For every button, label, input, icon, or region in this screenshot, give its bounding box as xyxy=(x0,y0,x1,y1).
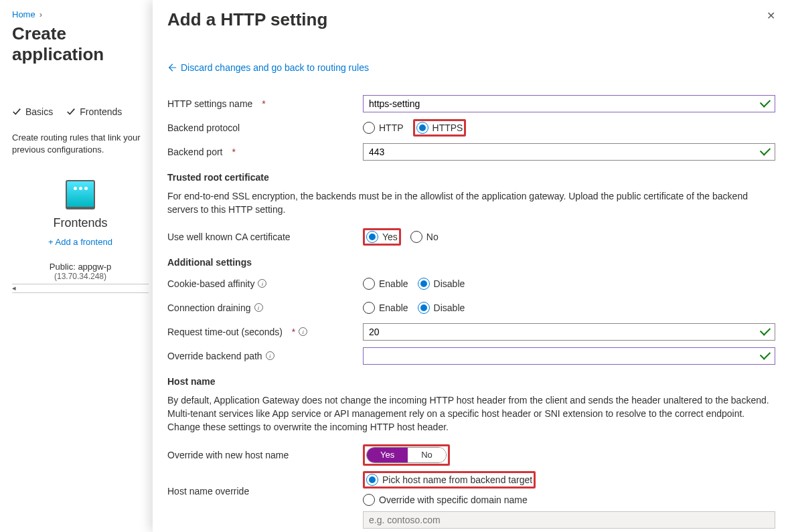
card-scrollbar[interactable]: ◂ xyxy=(12,284,149,293)
radio-icon xyxy=(363,122,375,134)
frontends-icon xyxy=(66,180,95,209)
trusted-root-desc: For end-to-end SSL encryption, the backe… xyxy=(167,189,775,217)
breadcrumb: Home › xyxy=(12,9,149,19)
info-icon[interactable]: i xyxy=(266,351,274,360)
info-icon[interactable]: i xyxy=(258,279,266,288)
domain-name-input xyxy=(363,511,775,529)
cookie-disable-radio[interactable]: Disable xyxy=(418,278,465,290)
timeout-label: Request time-out (seconds) * i xyxy=(167,327,363,337)
use-ca-no-label: No xyxy=(426,232,439,242)
scroll-left-icon: ◂ xyxy=(12,284,16,292)
frontend-public-ip: (13.70.34.248) xyxy=(12,272,149,281)
discard-link[interactable]: Discard changes and go back to routing r… xyxy=(167,62,369,73)
override-host-yes[interactable]: Yes xyxy=(367,448,408,462)
radio-icon xyxy=(366,474,378,486)
protocol-https-radio[interactable]: HTTPS xyxy=(416,122,463,134)
connection-draining-label: Connection draining i xyxy=(167,302,363,313)
override-specific-radio[interactable]: Override with specific domain name xyxy=(363,494,775,506)
pick-backend-radio[interactable]: Pick host name from backend target xyxy=(366,474,532,486)
host-name-desc: By default, Application Gateway does not… xyxy=(167,393,775,434)
close-icon[interactable]: ✕ xyxy=(767,9,775,22)
http-name-label: HTTP settings name * xyxy=(167,98,363,109)
tab-basics-label: Basics xyxy=(25,106,53,117)
override-host-toggle: Yes No xyxy=(366,447,447,463)
backend-port-input[interactable] xyxy=(363,143,775,161)
http-name-input[interactable] xyxy=(363,95,775,112)
drain-disable-radio[interactable]: Disable xyxy=(418,302,465,314)
tab-frontends[interactable]: Frontends xyxy=(66,106,122,117)
highlight-box: Pick host name from backend target xyxy=(363,471,536,489)
backend-protocol-label: Backend protocol xyxy=(167,122,363,133)
arrow-left-icon xyxy=(167,63,177,72)
radio-icon xyxy=(410,231,422,243)
highlight-box: HTTPS xyxy=(413,119,467,137)
tab-frontends-label: Frontends xyxy=(80,106,122,117)
override-path-label: Override backend path i xyxy=(167,351,363,361)
use-ca-label: Use well known CA certificate xyxy=(167,232,363,242)
info-icon[interactable]: i xyxy=(299,327,307,336)
override-path-input[interactable] xyxy=(363,347,775,365)
timeout-input[interactable] xyxy=(363,323,775,341)
use-ca-yes-label: Yes xyxy=(382,232,398,242)
breadcrumb-home[interactable]: Home xyxy=(12,9,35,19)
highlight-box: Yes No xyxy=(363,444,450,466)
trusted-root-heading: Trusted root certificate xyxy=(167,172,775,183)
protocol-http-label: HTTP xyxy=(379,122,404,133)
discard-link-label: Discard changes and go back to routing r… xyxy=(181,62,369,73)
add-frontend-link[interactable]: + Add a frontend xyxy=(48,237,112,247)
pick-backend-label: Pick host name from backend target xyxy=(382,474,532,485)
protocol-https-label: HTTPS xyxy=(432,122,463,133)
radio-icon xyxy=(366,231,378,243)
override-new-host-label: Override with new host name xyxy=(167,450,363,460)
blade-panel: Add a HTTP setting ✕ Discard changes and… xyxy=(153,0,790,532)
drain-enable-radio[interactable]: Enable xyxy=(363,302,408,314)
protocol-http-radio[interactable]: HTTP xyxy=(363,122,404,134)
radio-icon xyxy=(416,122,428,134)
frontends-card: Frontends + Add a frontend Public: appgw… xyxy=(12,180,149,293)
radio-icon xyxy=(363,494,375,506)
tab-basics[interactable]: Basics xyxy=(12,106,53,117)
radio-icon xyxy=(418,278,430,290)
frontends-card-title: Frontends xyxy=(12,216,149,230)
override-host-no: No xyxy=(408,448,446,462)
host-override-label: Host name override xyxy=(167,471,363,497)
host-name-heading: Host name xyxy=(167,376,775,387)
use-ca-no-radio[interactable]: No xyxy=(410,231,439,243)
highlight-box: Yes xyxy=(363,228,401,246)
info-icon[interactable]: i xyxy=(254,303,263,312)
page-title: Create application xyxy=(12,23,149,65)
check-icon xyxy=(66,107,76,116)
radio-icon xyxy=(363,278,375,290)
frontend-public-label: Public: appgw-p xyxy=(12,262,149,272)
radio-icon xyxy=(363,302,375,314)
cookie-enable-radio[interactable]: Enable xyxy=(363,278,408,290)
blade-title: Add a HTTP setting xyxy=(167,9,327,30)
chevron-right-icon: › xyxy=(40,9,42,19)
additional-heading: Additional settings xyxy=(167,257,775,268)
page-description: Create routing rules that link your prev… xyxy=(12,132,149,156)
override-specific-label: Override with specific domain name xyxy=(379,495,528,505)
cookie-affinity-label: Cookie-based affinity i xyxy=(167,278,363,289)
use-ca-yes-radio[interactable]: Yes xyxy=(366,231,398,243)
check-icon xyxy=(12,107,21,116)
radio-icon xyxy=(418,302,430,314)
background-panel: Home › Create application Basics Fronten… xyxy=(0,0,161,302)
backend-port-label: Backend port * xyxy=(167,147,363,157)
